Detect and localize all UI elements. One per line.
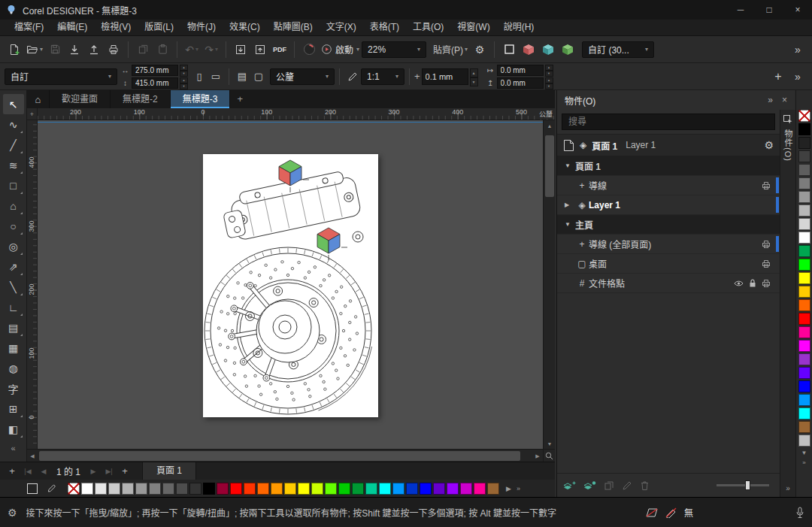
palette-right-chip-14[interactable]	[798, 299, 810, 311]
palette-bottom-chip-4[interactable]	[122, 483, 134, 495]
new-document-button[interactable]	[5, 39, 24, 60]
connector-tool[interactable]: ∟	[3, 297, 24, 317]
palette-bottom-chip-15[interactable]	[271, 483, 283, 495]
polygon-tool[interactable]: ⌂	[3, 195, 24, 216]
welcome-screen-button[interactable]	[299, 39, 319, 60]
next-page-button[interactable]: ▶	[86, 464, 101, 479]
palette-bottom-chip-10[interactable]	[203, 483, 215, 495]
palette-right-chip-3[interactable]	[798, 150, 810, 162]
bezier-tool[interactable]: ╱	[3, 135, 24, 155]
duplicate-x-input[interactable]	[501, 66, 540, 74]
first-page-button[interactable]: |◀	[20, 464, 35, 479]
menu-item-11[interactable]: 視窗(W)	[450, 20, 496, 35]
page-height-spinner[interactable]: ▲▼	[180, 77, 188, 89]
palette-bottom-chip-1[interactable]	[81, 483, 93, 495]
docker-options-gear-icon[interactable]: ⚙	[764, 139, 774, 151]
palette-bottom-chip-29[interactable]	[460, 483, 472, 495]
scroll-right-icon[interactable]: ▶	[532, 450, 543, 462]
palette-bottom-chip-20[interactable]	[338, 483, 350, 495]
vertical-scrollbar[interactable]: ▲ ▼	[543, 120, 555, 449]
printer-icon[interactable]	[762, 259, 771, 268]
symbol-tool[interactable]: ◍	[3, 358, 24, 378]
horizontal-scroll-thumb[interactable]	[39, 451, 520, 461]
fill-none-icon[interactable]	[645, 507, 659, 518]
palette-bottom-chip-13[interactable]	[244, 483, 256, 495]
nudge-input[interactable]	[426, 72, 465, 81]
docker-vertical-tab[interactable]: 物件(O)	[782, 129, 794, 162]
duplicate-y-input[interactable]	[501, 79, 540, 87]
paste-button[interactable]	[153, 39, 172, 60]
palette-bottom-chip-8[interactable]	[176, 483, 188, 495]
palette-bottom-chip-25[interactable]	[406, 483, 418, 495]
palette-bottom-chip-none[interactable]	[68, 483, 80, 495]
scroll-down-icon[interactable]: ▼	[544, 438, 556, 449]
active-context-row[interactable]: ◈ 頁面 1 Layer 1 ⚙	[557, 134, 780, 156]
palette-right-chip-4[interactable]	[798, 164, 810, 176]
layer-row[interactable]: +導線	[557, 176, 780, 195]
collapse-icon[interactable]: ▼	[565, 162, 575, 169]
slider-handle[interactable]	[745, 480, 750, 490]
launch-button[interactable]: 啟動▾	[319, 39, 362, 60]
rectangle-tool[interactable]: □	[3, 175, 24, 195]
previous-page-button[interactable]: ◀	[36, 464, 51, 479]
close-button[interactable]: ×	[783, 0, 812, 20]
import-button[interactable]	[231, 39, 250, 60]
units-combo[interactable]: 公釐▾	[270, 68, 335, 85]
export-button[interactable]	[250, 39, 270, 60]
menu-item-4[interactable]: 版面(L)	[138, 20, 180, 35]
table-tool[interactable]: ▦	[3, 338, 24, 358]
open-button[interactable]: ▾	[24, 39, 45, 60]
palette-bottom-chip-19[interactable]	[325, 483, 337, 495]
palette-bottom-chip-5[interactable]	[135, 483, 147, 495]
no-color-well[interactable]	[27, 483, 38, 494]
palette-right-chip-17[interactable]	[798, 340, 810, 352]
duplicate-y-spinner[interactable]: ▲▼	[545, 77, 553, 89]
menu-item-10[interactable]: 工具(O)	[406, 20, 450, 35]
strip-overflow-icon[interactable]: »	[786, 484, 790, 492]
document-tab-3[interactable]: 無標題-3	[171, 90, 231, 108]
print-button[interactable]	[104, 39, 123, 60]
new-layer-button[interactable]	[563, 480, 576, 491]
palette-right-chip-12[interactable]	[798, 272, 810, 284]
line-tool[interactable]: ╲	[3, 277, 24, 297]
palette-right-chip-6[interactable]	[798, 191, 810, 203]
outline-none-icon[interactable]	[665, 507, 678, 518]
eyedropper-button[interactable]	[47, 484, 56, 493]
landscape-button[interactable]: ▭	[208, 68, 224, 86]
menu-item-3[interactable]: 檢視(V)	[94, 20, 138, 35]
freehand-tool[interactable]: ∿	[3, 114, 24, 135]
last-page-button[interactable]: ▶|	[102, 464, 117, 479]
status-settings-gear-icon[interactable]: ⚙	[8, 507, 17, 519]
dimension-tool[interactable]: ⇗	[3, 256, 24, 277]
iso-cube-teal-button[interactable]	[538, 39, 558, 60]
duplicate-y-field[interactable]	[497, 77, 544, 89]
docker-close-icon[interactable]: ×	[782, 95, 787, 105]
menu-item-12[interactable]: 說明(H)	[497, 20, 541, 35]
zoom-levels-combo[interactable]: 22%▾	[362, 41, 426, 58]
collapse-icon[interactable]: ▼	[565, 221, 575, 228]
palette-scroll-right-icon[interactable]: ▶	[506, 485, 511, 492]
layer-row[interactable]: ▢桌面	[557, 254, 780, 274]
ruler-origin-button[interactable]: +	[27, 108, 38, 120]
docker-float-icon[interactable]: »	[768, 95, 773, 105]
palette-bottom-chip-22[interactable]	[365, 483, 377, 495]
palette-right-chip-23[interactable]	[798, 421, 810, 433]
palette-scroll-down-icon[interactable]: ▼	[801, 448, 807, 458]
palette-bottom-chip-24[interactable]	[392, 483, 404, 495]
snap-to-button[interactable]: 貼齊(P)▾	[431, 39, 470, 60]
scroll-left-icon[interactable]: ◀	[27, 450, 38, 462]
eye-icon[interactable]	[734, 280, 744, 287]
page-tab[interactable]: 頁面 1	[142, 462, 196, 480]
lock-icon[interactable]	[749, 279, 756, 288]
expand-icon[interactable]: ▶	[565, 201, 575, 208]
palette-expand-icon[interactable]: »	[517, 485, 520, 492]
canvas-viewport[interactable]	[38, 120, 543, 449]
propbar-add-button[interactable]: +	[768, 66, 788, 87]
minimize-button[interactable]: ─	[726, 0, 755, 20]
ellipse-tool[interactable]: ○	[3, 216, 24, 236]
document-tab-2[interactable]: 無標題-2	[111, 90, 171, 108]
redo-button[interactable]: ↷▾	[201, 39, 221, 60]
palette-bottom-chip-16[interactable]	[284, 483, 296, 495]
layer-group-header[interactable]: ▼頁面 1	[557, 156, 780, 176]
menu-item-7[interactable]: 點陣圖(B)	[267, 20, 320, 35]
